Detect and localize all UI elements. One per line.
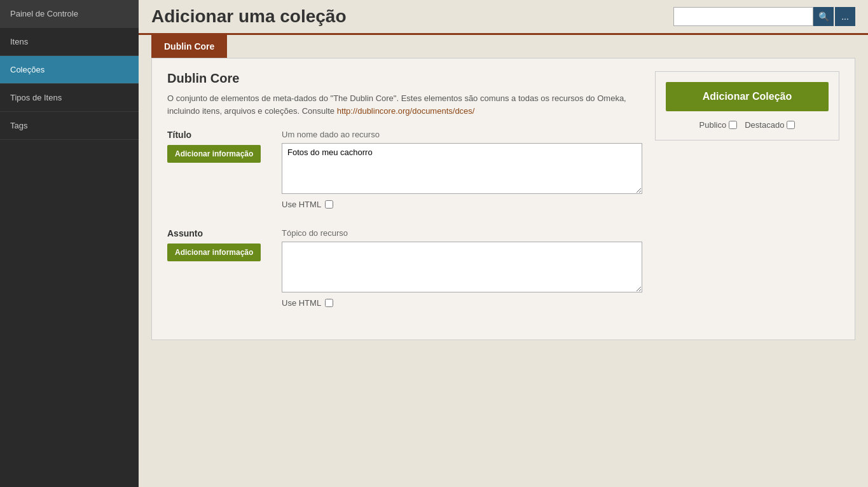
publico-text: Publico — [699, 120, 727, 130]
sidebar-item-tipos-itens[interactable]: Tipos de Itens — [0, 84, 139, 112]
field-input-col-assunto: Tópico do recurso Use HTML — [282, 228, 642, 308]
field-label-col-titulo: Título Adicionar informação — [167, 130, 269, 209]
sidebar-item-label: Coleções — [10, 65, 45, 74]
page-title: Adicionar uma coleção — [151, 6, 347, 27]
publico-checkbox[interactable] — [729, 121, 737, 129]
sidebar-item-label: Tags — [10, 121, 27, 130]
publico-label: Publico — [699, 120, 738, 130]
use-html-row-assunto: Use HTML — [282, 298, 642, 308]
field-label-titulo: Título — [167, 130, 269, 140]
assunto-textarea[interactable] — [282, 242, 642, 292]
content-area: Dublin Core Dublin Core O conjunto de el… — [139, 35, 868, 487]
use-html-checkbox-assunto[interactable] — [325, 299, 333, 307]
use-html-row-titulo: Use HTML — [282, 200, 642, 209]
page-header: Adicionar uma coleção 🔍 ... — [139, 0, 868, 35]
tab-bar: Dublin Core — [151, 35, 855, 58]
right-panel: Adicionar Coleção Publico Destacado — [655, 71, 839, 141]
use-html-label-titulo: Use HTML — [282, 200, 321, 209]
tab-dublin-core[interactable]: Dublin Core — [151, 35, 227, 58]
search-input[interactable] — [673, 7, 813, 26]
search-button[interactable]: 🔍 — [813, 7, 834, 26]
field-label-col-assunto: Assunto Adicionar informação — [167, 228, 269, 308]
section-title: Dublin Core — [167, 71, 642, 86]
titulo-textarea[interactable]: Fotos do meu cachorro — [282, 143, 642, 194]
field-row-titulo: Título Adicionar informação Um nome dado… — [167, 130, 642, 209]
sidebar-item-label: Itens — [10, 37, 28, 46]
field-input-col-titulo: Um nome dado ao recurso Fotos do meu cac… — [282, 130, 642, 209]
more-icon: ... — [841, 11, 849, 22]
section-desc-link[interactable]: http://dublincore.org/documents/dces/ — [337, 106, 475, 116]
more-button[interactable]: ... — [835, 7, 855, 26]
checkbox-row: Publico Destacado — [666, 120, 829, 130]
destacado-text: Destacado — [745, 120, 784, 130]
add-collection-button[interactable]: Adicionar Coleção — [666, 82, 829, 111]
field-label-assunto: Assunto — [167, 228, 269, 238]
section-description: O conjunto de elementos de meta-dados do… — [167, 92, 642, 117]
destacado-checkbox[interactable] — [787, 121, 795, 129]
sidebar: Painel de Controle Itens Coleções Tipos … — [0, 0, 139, 487]
sidebar-item-label: Tipos de Itens — [10, 93, 62, 102]
sidebar-item-tags[interactable]: Tags — [0, 112, 139, 140]
form-right: Adicionar Coleção Publico Destacado — [655, 71, 839, 327]
tab-label: Dublin Core — [164, 41, 214, 51]
search-bar: 🔍 ... — [673, 7, 855, 26]
field-row-assunto: Assunto Adicionar informação Tópico do r… — [167, 228, 642, 308]
sidebar-item-painel[interactable]: Painel de Controle — [0, 0, 139, 28]
field-hint-assunto: Tópico do recurso — [282, 228, 642, 238]
sidebar-item-itens[interactable]: Itens — [0, 28, 139, 56]
add-info-button-assunto[interactable]: Adicionar informação — [167, 244, 261, 261]
field-hint-titulo: Um nome dado ao recurso — [282, 130, 642, 139]
search-icon: 🔍 — [818, 11, 829, 22]
main-content: Adicionar uma coleção 🔍 ... Dublin Core — [139, 0, 868, 487]
add-info-button-titulo[interactable]: Adicionar informação — [167, 145, 261, 163]
sidebar-item-label: Painel de Controle — [10, 9, 78, 18]
destacado-label: Destacado — [745, 120, 795, 130]
sidebar-item-colecoes[interactable]: Coleções — [0, 56, 139, 84]
form-area: Dublin Core O conjunto de elementos de m… — [151, 58, 855, 340]
use-html-label-assunto: Use HTML — [282, 298, 321, 308]
form-left: Dublin Core O conjunto de elementos de m… — [167, 71, 642, 327]
use-html-checkbox-titulo[interactable] — [325, 200, 333, 209]
